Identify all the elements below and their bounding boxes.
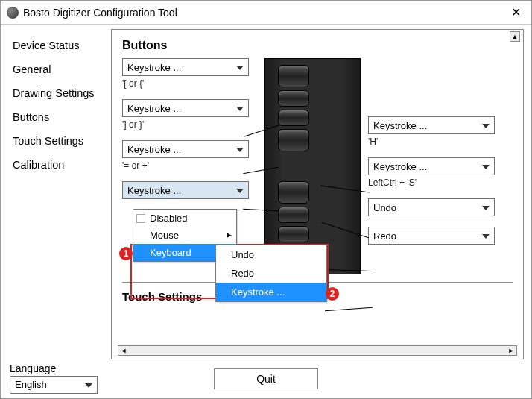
button-1-combo[interactable]: Keystroke ...	[122, 58, 249, 76]
quit-button[interactable]: Quit	[214, 368, 318, 389]
button-7-combo[interactable]: Undo	[368, 198, 495, 216]
combo-label: Keystroke ...	[127, 103, 181, 114]
combo-label: Keystroke ...	[127, 185, 181, 196]
phys-btn-4	[278, 129, 309, 151]
sidebar-item-drawing-settings[interactable]: Drawing Settings	[1, 81, 111, 105]
sidebar-item-buttons[interactable]: Buttons	[1, 105, 111, 129]
submenu-item-keystroke[interactable]: Keystroke ...	[216, 283, 326, 301]
button-5-caption: 'H'	[368, 136, 502, 147]
button-8-combo[interactable]: Redo	[368, 227, 495, 245]
annotation-badge-2: 2	[326, 287, 339, 301]
button-2-caption: '] or }'	[122, 119, 256, 130]
combo-label: Redo	[373, 230, 396, 242]
scroll-right-icon[interactable]: ►	[506, 346, 516, 355]
sidebar-item-device-status[interactable]: Device Status	[1, 34, 111, 57]
phys-btn-2	[278, 90, 309, 107]
footer: Language English Quit	[1, 359, 531, 398]
dropdown-item-disabled[interactable]: Disabled	[133, 210, 236, 227]
horizontal-scrollbar[interactable]: ◄►	[118, 345, 517, 356]
button-1-caption: '[ or {'	[122, 78, 256, 89]
button-6-caption: LeftCtrl + 'S'	[368, 177, 502, 188]
dropdown-item-mouse[interactable]: Mouse	[133, 227, 236, 244]
combo-label: Keystroke ...	[373, 120, 427, 131]
combo-label: Keystroke ...	[373, 161, 427, 172]
sidebar: Device Status General Drawing Settings B…	[1, 25, 111, 359]
language-label: Language	[10, 362, 98, 374]
combo-label: English	[15, 379, 47, 390]
button-5-combo[interactable]: Keystroke ...	[368, 116, 495, 134]
submenu-item-redo[interactable]: Redo	[216, 264, 326, 283]
button-3-combo[interactable]: Keystroke ...	[122, 140, 249, 158]
button-4-combo[interactable]: Keystroke ...	[122, 181, 249, 199]
sidebar-item-general[interactable]: General	[1, 57, 111, 81]
button-3-caption: '= or +'	[122, 160, 256, 171]
content-panel: ▲ Buttons Keystroke ... '[ or {' Keystro…	[111, 29, 524, 359]
language-combo[interactable]: English	[10, 376, 98, 394]
phys-btn-6	[278, 207, 309, 223]
scroll-up-button[interactable]: ▲	[510, 31, 520, 42]
app-window: Bosto Digitizer Configuration Tool ✕ Dev…	[0, 0, 532, 399]
keyboard-submenu: Undo Redo Keystroke ...	[215, 245, 327, 302]
combo-label: Keystroke ...	[127, 62, 181, 73]
titlebar: Bosto Digitizer Configuration Tool ✕	[1, 1, 531, 25]
phys-btn-3	[278, 110, 309, 126]
section-buttons-title: Buttons	[112, 30, 523, 58]
scroll-left-icon[interactable]: ◄	[118, 346, 129, 355]
phys-btn-5	[278, 181, 309, 204]
button-6-combo[interactable]: Keystroke ...	[368, 157, 495, 175]
phys-btn-7	[278, 226, 309, 242]
app-icon	[7, 7, 19, 19]
sidebar-item-calibration[interactable]: Calibration	[1, 153, 111, 177]
sidebar-item-touch-settings[interactable]: Touch Settings	[1, 129, 111, 153]
close-icon[interactable]: ✕	[507, 5, 525, 19]
submenu-item-undo[interactable]: Undo	[216, 245, 326, 264]
button-2-combo[interactable]: Keystroke ...	[122, 99, 249, 117]
annotation-badge-1: 1	[119, 247, 133, 260]
combo-label: Undo	[373, 202, 396, 213]
window-title: Bosto Digitizer Configuration Tool	[23, 7, 507, 19]
phys-btn-1	[278, 65, 309, 87]
combo-label: Keystroke ...	[127, 144, 181, 155]
